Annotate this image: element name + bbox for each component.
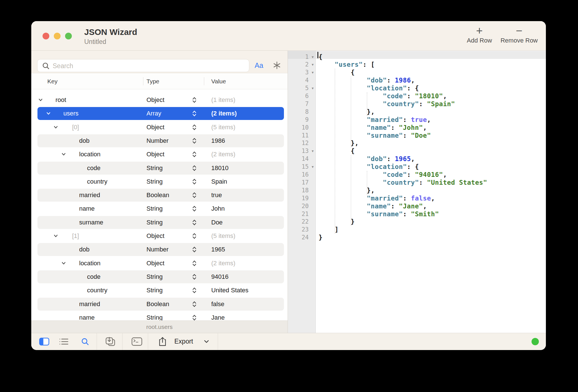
type-stepper-icon[interactable] [192, 314, 197, 320]
fold-triangle-icon[interactable]: ▾ [310, 53, 315, 61]
app-window: JSON Wizard Untitled + Add Row − Remove … [31, 21, 546, 350]
close-window-button[interactable] [43, 33, 49, 39]
disclosure-chevron-icon[interactable] [37, 97, 44, 104]
tree-row-location[interactable]: locationObject(2 items) [37, 148, 284, 161]
line-number: 6 [288, 92, 309, 100]
row-type: String [146, 202, 163, 215]
row-value[interactable]: Jane [211, 311, 225, 320]
row-value[interactable]: United States [211, 284, 248, 297]
tree-row-name[interactable]: nameStringJohn [37, 202, 284, 215]
type-stepper-icon[interactable] [192, 232, 197, 241]
add-row-button[interactable]: + Add Row [458, 21, 501, 51]
indent-guide [367, 92, 367, 116]
type-stepper-icon[interactable] [192, 164, 197, 173]
line-number: 10 [288, 124, 309, 132]
minimize-window-button[interactable] [54, 33, 61, 39]
tree-row-1[interactable]: [1]Object(5 items) [37, 230, 284, 242]
import-button[interactable] [104, 333, 117, 350]
line-number: 19 [288, 195, 309, 202]
export-button[interactable]: Export [174, 333, 193, 350]
type-stepper-icon[interactable] [192, 191, 197, 200]
disclosure-chevron-icon[interactable] [53, 233, 59, 240]
toggle-sidebar-button[interactable] [38, 333, 51, 350]
row-key: name [79, 202, 95, 215]
code-line-11: "surname": "Doe" [319, 132, 431, 140]
fold-triangle-icon[interactable]: ▾ [310, 84, 315, 92]
type-stepper-icon[interactable] [192, 96, 197, 105]
row-value[interactable]: (5 items) [211, 230, 235, 242]
tree-row-root[interactable]: rootObject(1 items) [37, 93, 284, 106]
row-value[interactable]: (5 items) [211, 121, 235, 134]
tree-row-users[interactable]: usersArray(2 items) [37, 107, 284, 120]
type-stepper-icon[interactable] [192, 178, 197, 186]
row-value[interactable]: (2 items) [211, 148, 235, 161]
row-value[interactable]: (2 items) [211, 107, 237, 120]
remove-row-button[interactable]: − Remove Row [498, 21, 540, 51]
find-button[interactable] [79, 333, 92, 350]
tree-row-dob[interactable]: dobNumber1965 [37, 243, 284, 256]
zoom-window-button[interactable] [65, 33, 72, 39]
type-stepper-icon[interactable] [192, 300, 197, 309]
fold-triangle-icon[interactable]: ▾ [310, 147, 315, 155]
column-header-type[interactable]: Type [146, 73, 159, 89]
disclosure-chevron-icon[interactable] [45, 110, 52, 118]
type-stepper-icon[interactable] [192, 260, 197, 268]
row-value[interactable]: 18010 [211, 162, 228, 175]
column-header-key[interactable]: Key [47, 73, 57, 89]
console-button[interactable] [130, 333, 143, 350]
toolbar-divider [97, 333, 97, 350]
fold-triangle-icon[interactable]: ▾ [310, 69, 315, 77]
row-value[interactable]: John [211, 202, 225, 215]
type-stepper-icon[interactable] [192, 110, 197, 118]
code-line-8: }, [319, 108, 375, 116]
type-stepper-icon[interactable] [192, 219, 197, 227]
column-header-value[interactable]: Value [211, 73, 226, 89]
code-line-22: } [319, 218, 355, 226]
row-value[interactable]: 1965 [211, 243, 225, 256]
tree-row-country[interactable]: countryStringUnited States [37, 284, 284, 297]
magnifier-icon [81, 337, 89, 346]
row-key: country [87, 284, 107, 297]
tree-row-married[interactable]: marriedBooleanfalse [37, 298, 284, 311]
type-stepper-icon[interactable] [192, 124, 197, 132]
tree-row-code[interactable]: codeString94016 [37, 270, 284, 283]
tree-row-dob[interactable]: dobNumber1986 [37, 134, 284, 147]
disclosure-chevron-icon[interactable] [61, 260, 67, 268]
export-menu-button[interactable] [202, 333, 211, 350]
type-stepper-icon[interactable] [192, 151, 197, 159]
tree-row-0[interactable]: [0]Object(5 items) [37, 121, 284, 134]
type-stepper-icon[interactable] [192, 246, 197, 254]
tree-row-name[interactable]: nameStringJane [37, 311, 284, 320]
fold-triangle-icon[interactable]: ▾ [310, 163, 315, 171]
row-value[interactable]: Spain [211, 175, 227, 188]
row-type: Boolean [146, 298, 169, 311]
type-stepper-icon[interactable] [192, 287, 197, 295]
tree-row-married[interactable]: marriedBooleantrue [37, 189, 284, 202]
row-value[interactable]: 94016 [211, 270, 228, 283]
match-case-toggle[interactable]: Aa [255, 61, 263, 70]
tree-row-location[interactable]: locationObject(2 items) [37, 257, 284, 270]
type-stepper-icon[interactable] [192, 137, 197, 146]
export-share-button[interactable] [156, 333, 169, 350]
remove-row-label: Remove Row [498, 37, 540, 44]
row-value[interactable]: false [211, 298, 224, 311]
tree-row-surname[interactable]: surnameStringDoe [37, 216, 284, 229]
fold-triangle-icon[interactable]: ▾ [310, 61, 315, 69]
type-stepper-icon[interactable] [192, 205, 197, 213]
search-input[interactable] [52, 60, 248, 72]
row-value[interactable]: (2 items) [211, 257, 235, 270]
disclosure-chevron-icon[interactable] [53, 124, 59, 132]
tree-row-country[interactable]: countryStringSpain [37, 175, 284, 188]
line-number: 20 [288, 202, 309, 210]
row-value[interactable]: (1 items) [211, 93, 235, 106]
type-stepper-icon[interactable] [192, 273, 197, 282]
row-value[interactable]: 1986 [211, 134, 225, 147]
json-editor[interactable]: 1▾{2▾ "users": [3▾ {4 "dob": 1986,5▾ "lo… [288, 51, 546, 333]
disclosure-chevron-icon[interactable] [61, 151, 67, 159]
search-field[interactable] [37, 59, 249, 72]
list-view-button[interactable] [57, 333, 70, 350]
regex-asterisk-toggle[interactable] [272, 61, 281, 71]
tree-row-code[interactable]: codeString18010 [37, 162, 284, 175]
row-value[interactable]: true [211, 189, 222, 202]
row-value[interactable]: Doe [211, 216, 223, 229]
